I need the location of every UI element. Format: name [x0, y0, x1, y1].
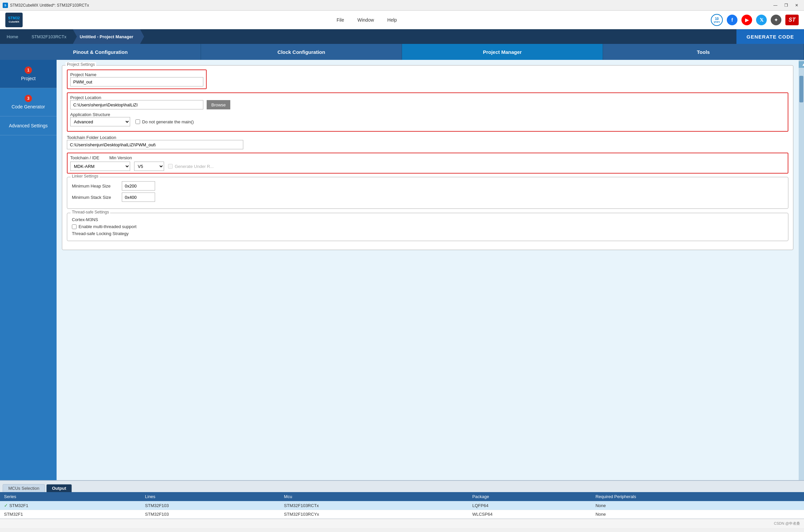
- cortex-label: Cortex-M3NS: [72, 217, 783, 222]
- breadcrumb-mcu[interactable]: STM32F103RCTx: [25, 29, 73, 44]
- project-settings-legend: Project Settings: [66, 62, 96, 67]
- toolchain-row: MDK-ARM STM32CubeIDE Makefile V5 V4 V6 G…: [70, 162, 785, 171]
- menu-help[interactable]: Help: [387, 17, 397, 23]
- status-text: CSDN @申者桑: [774, 521, 800, 526]
- cell-series: ✓ STM32F1: [0, 501, 141, 510]
- no-main-checkbox[interactable]: [135, 119, 140, 124]
- thread-safe-box: Thread-safe Settings Cortex-M3NS Enable …: [67, 213, 788, 241]
- tab-mcus-selection[interactable]: MCUs Selection: [3, 484, 45, 492]
- main-area: 1 Project 3 Code Generator Advanced Sett…: [0, 60, 804, 480]
- tab-output[interactable]: Output: [46, 484, 72, 492]
- content-panel: Project Settings Project Name Project Lo…: [57, 60, 799, 480]
- min-heap-input[interactable]: [122, 181, 155, 191]
- project-settings-box: Project Settings Project Name Project Lo…: [62, 65, 793, 250]
- col-package: Package: [468, 492, 591, 501]
- cell-lines: STM32F103: [141, 510, 280, 519]
- sidebar-item-advanced-settings[interactable]: Advanced Settings: [0, 116, 57, 135]
- cell-peripherals: None: [591, 510, 804, 519]
- toolchain-ide-label: Toolchain / IDE: [70, 155, 99, 160]
- browse-button[interactable]: Browse: [207, 100, 230, 109]
- toolchain-labels-row: Toolchain / IDE Min Version: [70, 155, 785, 160]
- toolchain-ide-select[interactable]: MDK-ARM STM32CubeIDE Makefile: [70, 162, 130, 171]
- close-button[interactable]: ✕: [792, 2, 801, 8]
- sidebar: 1 Project 3 Code Generator Advanced Sett…: [0, 60, 57, 480]
- maximize-button[interactable]: ❐: [781, 2, 791, 8]
- linker-settings-box: Linker Settings Minimum Heap Size Minimu…: [67, 177, 788, 209]
- breadcrumb-project-manager[interactable]: Untitled - Project Manager: [73, 29, 140, 44]
- cell-series: STM32F1: [0, 510, 141, 519]
- thread-locking-label: Thread-safe Locking Strategy: [72, 231, 783, 236]
- st-logo: ST: [785, 15, 799, 25]
- title-bar-controls: — ❐ ✕: [771, 2, 801, 8]
- col-lines: Lines: [141, 492, 280, 501]
- project-badge: 1: [25, 66, 32, 74]
- table-header-row: Series Lines Mcu Package Required Periph…: [0, 492, 804, 501]
- min-stack-label: Minimum Stack Size: [72, 195, 118, 200]
- breadcrumb-nav: Home STM32F103RCTx Untitled - Project Ma…: [0, 29, 804, 44]
- youtube-icon[interactable]: ▶: [742, 15, 752, 25]
- multi-thread-label: Enable multi-threaded support: [78, 224, 136, 229]
- cell-mcu: STM32F103RCYx: [280, 510, 468, 519]
- col-peripherals: Required Peripherals: [591, 492, 804, 501]
- generate-under-r-checkbox[interactable]: [168, 164, 173, 169]
- min-version-label: Min Version: [109, 155, 132, 160]
- table-row[interactable]: ✓ STM32F1 STM32F103 STM32F103RCTx LQFP64…: [0, 501, 804, 510]
- generate-under-r-row: Generate Under R...: [168, 164, 214, 169]
- logo-area: STM32 CubeMX: [5, 13, 23, 27]
- menu-bar: STM32 CubeMX File Window Help 10 years f…: [0, 11, 804, 29]
- cell-peripherals: None: [591, 501, 804, 510]
- toolchain-folder-row: [67, 140, 788, 149]
- col-mcu: Mcu: [280, 492, 468, 501]
- toolchain-folder-input[interactable]: [67, 140, 243, 149]
- scroll-thumb[interactable]: [799, 76, 803, 102]
- check-icon: ✓: [4, 503, 9, 508]
- app-structure-select[interactable]: Advanced Basic: [70, 117, 130, 126]
- toolchain-ide-outline: Toolchain / IDE Min Version MDK-ARM STM3…: [67, 153, 788, 174]
- no-main-checkbox-row: Do not generate the main(): [135, 119, 194, 125]
- table-row[interactable]: STM32F1 STM32F103 STM32F103RCYx WLCSP64 …: [0, 510, 804, 519]
- project-location-input[interactable]: [70, 100, 203, 109]
- generate-code-button[interactable]: GENERATE CODE: [736, 29, 804, 44]
- title-bar-left: S STM32CubeMX Untitled*: STM32F103RCTx: [3, 3, 89, 8]
- multi-thread-row: Enable multi-threaded support: [72, 224, 783, 229]
- thread-safe-legend: Thread-safe Settings: [71, 210, 110, 214]
- social-icons: 10 years f ▶ 𝕏 ✦ ST: [711, 14, 799, 26]
- linker-legend: Linker Settings: [71, 174, 99, 178]
- scroll-indicator: ▲: [799, 60, 804, 480]
- min-stack-row: Minimum Stack Size: [72, 192, 783, 202]
- menu-items: File Window Help: [36, 17, 697, 23]
- title-text: STM32CubeMX Untitled*: STM32F103RCTx: [10, 3, 89, 8]
- tab-pinout-configuration[interactable]: Pinout & Configuration: [0, 44, 201, 60]
- project-location-row: Browse: [70, 100, 785, 109]
- code-generator-badge: 3: [25, 95, 32, 102]
- min-heap-row: Minimum Heap Size: [72, 181, 783, 191]
- tab-tools[interactable]: Tools: [603, 44, 804, 60]
- tab-bar: Pinout & Configuration Clock Configurati…: [0, 44, 804, 60]
- menu-file[interactable]: File: [336, 17, 344, 23]
- toolchain-folder-label: Toolchain Folder Location: [67, 135, 788, 140]
- app-structure-row: Advanced Basic Do not generate the main(…: [70, 117, 785, 126]
- minimize-button[interactable]: —: [771, 2, 780, 8]
- network-icon[interactable]: ✦: [771, 15, 781, 25]
- generate-under-r-label: Generate Under R...: [175, 164, 214, 169]
- sidebar-item-code-generator[interactable]: 3 Code Generator: [0, 88, 57, 116]
- cell-mcu: STM32F103RCTx: [280, 501, 468, 510]
- multi-thread-checkbox[interactable]: [72, 225, 76, 229]
- project-name-input[interactable]: [70, 77, 203, 87]
- app-logo: STM32 CubeMX: [5, 13, 23, 27]
- twitter-icon[interactable]: 𝕏: [756, 15, 767, 25]
- facebook-icon[interactable]: f: [727, 15, 737, 25]
- app-structure-label: Application Structure: [70, 112, 785, 117]
- tab-project-manager[interactable]: Project Manager: [402, 44, 603, 60]
- project-location-outline: Project Location Browse Application Stru…: [67, 92, 788, 132]
- anniversary-badge: 10 years: [711, 14, 723, 26]
- menu-window[interactable]: Window: [358, 17, 374, 23]
- min-stack-input[interactable]: [122, 192, 155, 202]
- scroll-up-button[interactable]: ▲: [799, 61, 804, 68]
- min-version-select[interactable]: V5 V4 V6: [134, 162, 164, 171]
- cell-package: WLCSP64: [468, 510, 591, 519]
- breadcrumb-home[interactable]: Home: [0, 29, 25, 44]
- sidebar-item-project[interactable]: 1 Project: [0, 60, 57, 88]
- tab-clock-configuration[interactable]: Clock Configuration: [201, 44, 402, 60]
- app-icon: S: [3, 3, 8, 8]
